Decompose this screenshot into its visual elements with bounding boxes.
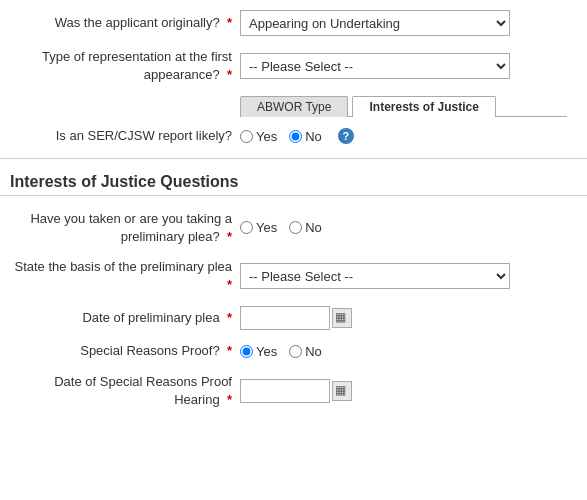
ser-cjsw-yes-label[interactable]: Yes — [240, 129, 277, 144]
preliminary-plea-yes-radio[interactable] — [240, 221, 253, 234]
field8-label: Date of Special Reasons Proof Hearing * — [10, 373, 240, 409]
preliminary-plea-yes-label[interactable]: Yes — [240, 220, 277, 235]
field4-label: Have you taken or are you taking a preli… — [10, 210, 240, 246]
field7-label: Special Reasons Proof? * — [10, 342, 240, 360]
field5-label: State the basis of the preliminary plea … — [10, 258, 240, 294]
date-special-reasons-proof-input[interactable] — [240, 379, 330, 403]
field2-control: -- Please Select -- — [240, 53, 577, 79]
field4-required: * — [227, 229, 232, 244]
field6-required: * — [227, 310, 232, 325]
field8-control — [240, 379, 577, 403]
field6-control — [240, 306, 577, 330]
field6-label-text: Date of preliminary plea — [82, 310, 219, 325]
field3-label: Is an SER/CJSW report likely? — [10, 127, 240, 145]
field1-control: Appearing on Undertaking — [240, 10, 577, 36]
ser-cjsw-help-icon[interactable]: ? — [338, 128, 354, 144]
special-reasons-yes-radio[interactable] — [240, 345, 253, 358]
field7-label-text: Special Reasons Proof? — [80, 343, 219, 358]
section-divider — [0, 158, 587, 159]
date-preliminary-plea-input[interactable] — [240, 306, 330, 330]
field2-label-text: Type of representation at the first appe… — [42, 49, 232, 82]
field5-control: -- Please Select -- — [240, 263, 577, 289]
field2-required: * — [227, 67, 232, 82]
field8-label-text: Date of Special Reasons Proof Hearing — [54, 374, 232, 407]
date-preliminary-plea-calendar-icon[interactable] — [332, 308, 352, 328]
tab-interests-of-justice[interactable]: Interests of Justice — [352, 96, 495, 117]
date-special-reasons-proof-calendar-icon[interactable] — [332, 381, 352, 401]
field5-label-text: State the basis of the preliminary plea — [14, 259, 232, 274]
field5-required: * — [227, 277, 232, 292]
field2-label: Type of representation at the first appe… — [10, 48, 240, 84]
special-reasons-no-label[interactable]: No — [289, 344, 322, 359]
field1-required: * — [227, 15, 232, 30]
section-title: Interests of Justice Questions — [0, 173, 587, 191]
preliminary-plea-no-radio[interactable] — [289, 221, 302, 234]
special-reasons-yes-label[interactable]: Yes — [240, 344, 277, 359]
field8-required: * — [227, 392, 232, 407]
preliminary-plea-radio-group: Yes No — [240, 220, 322, 235]
field6-label: Date of preliminary plea * — [10, 309, 240, 327]
basis-preliminary-plea-select[interactable]: -- Please Select -- — [240, 263, 510, 289]
field7-control: Yes No — [240, 344, 577, 359]
applicant-originally-select[interactable]: Appearing on Undertaking — [240, 10, 510, 36]
special-reasons-radio-group: Yes No — [240, 344, 322, 359]
tab-headers-container: ABWOR Type Interests of Justice — [240, 96, 577, 116]
ser-cjsw-no-radio[interactable] — [289, 130, 302, 143]
field1-label: Was the applicant originally? * — [10, 14, 240, 32]
field4-control: Yes No — [240, 220, 577, 235]
section-divider-2 — [0, 195, 587, 196]
field7-required: * — [227, 343, 232, 358]
field3-control: Yes No ? — [240, 128, 577, 144]
ser-cjsw-yes-radio[interactable] — [240, 130, 253, 143]
field4-label-text: Have you taken or are you taking a preli… — [30, 211, 232, 244]
ser-cjsw-radio-group: Yes No ? — [240, 128, 354, 144]
tab-abwor-type[interactable]: ABWOR Type — [240, 96, 348, 117]
ser-cjsw-no-label[interactable]: No — [289, 129, 322, 144]
field3-label-text: Is an SER/CJSW report likely? — [56, 128, 232, 143]
preliminary-plea-no-label[interactable]: No — [289, 220, 322, 235]
field1-label-text: Was the applicant originally? — [55, 15, 220, 30]
special-reasons-no-radio[interactable] — [289, 345, 302, 358]
representation-type-select[interactable]: -- Please Select -- — [240, 53, 510, 79]
